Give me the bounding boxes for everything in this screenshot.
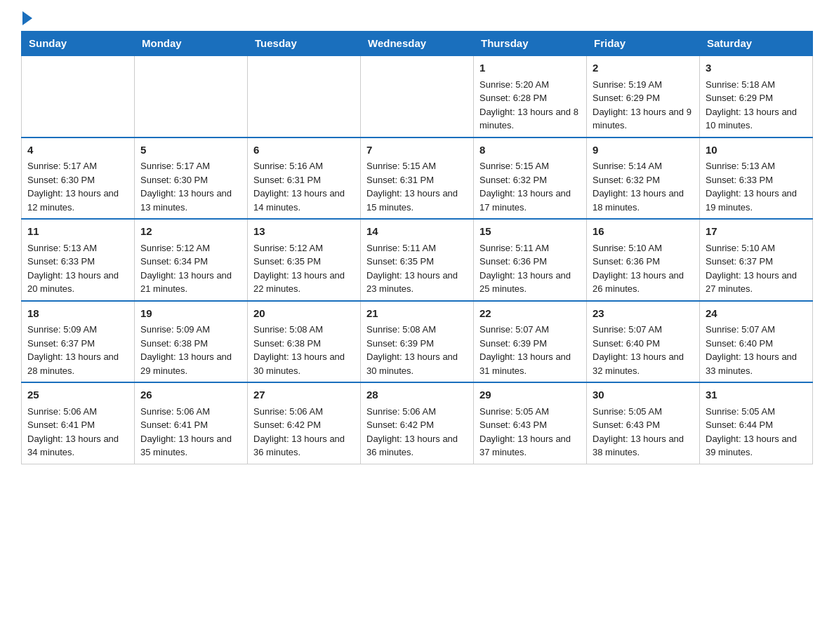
calendar-week-row: 11Sunrise: 5:13 AMSunset: 6:33 PMDayligh… [22,219,813,301]
day-number: 19 [140,306,241,322]
sunrise-text: Sunrise: 5:16 AM [253,161,323,171]
day-number: 23 [593,306,694,322]
sunset-text: Sunset: 6:29 PM [706,93,773,103]
sunset-text: Sunset: 6:43 PM [479,420,547,430]
daylight-text: Daylight: 13 hours and 9 minutes. [593,107,691,131]
daylight-text: Daylight: 13 hours and 8 minutes. [479,107,578,131]
sunset-text: Sunset: 6:33 PM [706,175,773,185]
sunrise-text: Sunrise: 5:19 AM [593,79,662,90]
daylight-text: Daylight: 13 hours and 39 minutes. [706,434,797,458]
day-number: 21 [366,306,468,322]
calendar-cell: 21Sunrise: 5:08 AMSunset: 6:39 PMDayligh… [361,301,474,383]
daylight-text: Daylight: 13 hours and 23 minutes. [366,270,458,295]
calendar-cell: 9Sunrise: 5:14 AMSunset: 6:32 PMDaylight… [587,137,700,220]
sunset-text: Sunset: 6:39 PM [479,338,547,349]
sunrise-text: Sunrise: 5:11 AM [479,243,549,253]
sunrise-text: Sunrise: 5:11 AM [366,243,436,253]
calendar-cell: 22Sunrise: 5:07 AMSunset: 6:39 PMDayligh… [474,301,587,383]
sunset-text: Sunset: 6:40 PM [593,338,660,349]
calendar-cell [248,55,361,137]
calendar-header-wednesday: Wednesday [361,32,474,56]
calendar-cell: 16Sunrise: 5:10 AMSunset: 6:36 PMDayligh… [587,219,700,301]
daylight-text: Daylight: 13 hours and 13 minutes. [140,188,232,213]
day-number: 22 [479,306,581,322]
sunset-text: Sunset: 6:37 PM [27,338,95,349]
sunrise-text: Sunrise: 5:07 AM [479,324,549,335]
calendar-cell: 20Sunrise: 5:08 AMSunset: 6:38 PMDayligh… [248,301,361,383]
calendar-header-sunday: Sunday [22,32,135,56]
sunset-text: Sunset: 6:40 PM [706,338,773,349]
daylight-text: Daylight: 13 hours and 21 minutes. [140,270,232,295]
sunset-text: Sunset: 6:41 PM [140,420,208,430]
calendar-cell: 8Sunrise: 5:15 AMSunset: 6:32 PMDaylight… [474,137,587,220]
calendar-week-row: 1Sunrise: 5:20 AMSunset: 6:28 PMDaylight… [22,55,813,137]
day-number: 17 [706,224,807,240]
day-number: 4 [27,142,128,159]
sunset-text: Sunset: 6:38 PM [253,338,321,349]
logo [21,14,32,24]
daylight-text: Daylight: 13 hours and 30 minutes. [253,351,345,376]
sunset-text: Sunset: 6:39 PM [366,338,434,349]
calendar-cell: 7Sunrise: 5:15 AMSunset: 6:31 PMDaylight… [361,137,474,220]
day-number: 3 [706,60,807,76]
daylight-text: Daylight: 13 hours and 37 minutes. [479,434,571,458]
daylight-text: Daylight: 13 hours and 36 minutes. [366,434,458,458]
day-number: 27 [253,387,355,403]
calendar-cell: 26Sunrise: 5:06 AMSunset: 6:41 PMDayligh… [135,382,248,464]
daylight-text: Daylight: 13 hours and 10 minutes. [706,107,797,131]
day-number: 29 [479,387,581,403]
day-number: 31 [706,387,807,403]
sunset-text: Sunset: 6:31 PM [253,175,321,185]
calendar-cell: 18Sunrise: 5:09 AMSunset: 6:37 PMDayligh… [22,301,135,383]
sunrise-text: Sunrise: 5:17 AM [140,161,210,171]
daylight-text: Daylight: 13 hours and 14 minutes. [253,188,345,213]
calendar-cell: 24Sunrise: 5:07 AMSunset: 6:40 PMDayligh… [700,301,813,383]
calendar-cell [135,55,248,137]
sunset-text: Sunset: 6:44 PM [706,420,773,430]
calendar-header-friday: Friday [587,32,700,56]
day-number: 10 [706,142,807,159]
calendar-header-thursday: Thursday [474,32,587,56]
sunset-text: Sunset: 6:42 PM [366,420,434,430]
calendar-table: SundayMondayTuesdayWednesdayThursdayFrid… [21,31,813,464]
calendar-cell: 10Sunrise: 5:13 AMSunset: 6:33 PMDayligh… [700,137,813,220]
day-number: 6 [253,142,355,159]
sunrise-text: Sunrise: 5:12 AM [140,243,210,253]
daylight-text: Daylight: 13 hours and 38 minutes. [593,434,684,458]
calendar-cell: 1Sunrise: 5:20 AMSunset: 6:28 PMDaylight… [474,55,587,137]
calendar-cell: 5Sunrise: 5:17 AMSunset: 6:30 PMDaylight… [135,137,248,220]
daylight-text: Daylight: 13 hours and 26 minutes. [593,270,684,295]
day-number: 7 [366,142,468,159]
sunrise-text: Sunrise: 5:12 AM [253,243,323,253]
sunset-text: Sunset: 6:43 PM [593,420,660,430]
daylight-text: Daylight: 13 hours and 22 minutes. [253,270,345,295]
daylight-text: Daylight: 13 hours and 34 minutes. [27,434,119,458]
calendar-cell: 4Sunrise: 5:17 AMSunset: 6:30 PMDaylight… [22,137,135,220]
daylight-text: Daylight: 13 hours and 18 minutes. [593,188,684,213]
calendar-cell: 17Sunrise: 5:10 AMSunset: 6:37 PMDayligh… [700,219,813,301]
day-number: 26 [140,387,241,403]
day-number: 12 [140,224,241,240]
daylight-text: Daylight: 13 hours and 31 minutes. [479,351,571,376]
sunset-text: Sunset: 6:32 PM [593,175,660,185]
sunset-text: Sunset: 6:34 PM [140,256,208,267]
day-number: 30 [593,387,694,403]
sunset-text: Sunset: 6:35 PM [253,256,321,267]
sunrise-text: Sunrise: 5:05 AM [479,406,549,417]
sunset-text: Sunset: 6:33 PM [27,256,95,267]
calendar-cell: 11Sunrise: 5:13 AMSunset: 6:33 PMDayligh… [22,219,135,301]
calendar-header-row: SundayMondayTuesdayWednesdayThursdayFrid… [22,32,813,56]
calendar-cell [22,55,135,137]
day-number: 24 [706,306,807,322]
sunset-text: Sunset: 6:28 PM [479,93,547,103]
sunrise-text: Sunrise: 5:10 AM [706,243,775,253]
page-header [21,14,813,24]
sunrise-text: Sunrise: 5:10 AM [593,243,662,253]
calendar-cell: 6Sunrise: 5:16 AMSunset: 6:31 PMDaylight… [248,137,361,220]
sunrise-text: Sunrise: 5:15 AM [366,161,436,171]
sunrise-text: Sunrise: 5:06 AM [366,406,436,417]
sunrise-text: Sunrise: 5:18 AM [706,79,775,90]
day-number: 1 [479,60,581,76]
sunrise-text: Sunrise: 5:09 AM [140,324,210,335]
calendar-header-monday: Monday [135,32,248,56]
